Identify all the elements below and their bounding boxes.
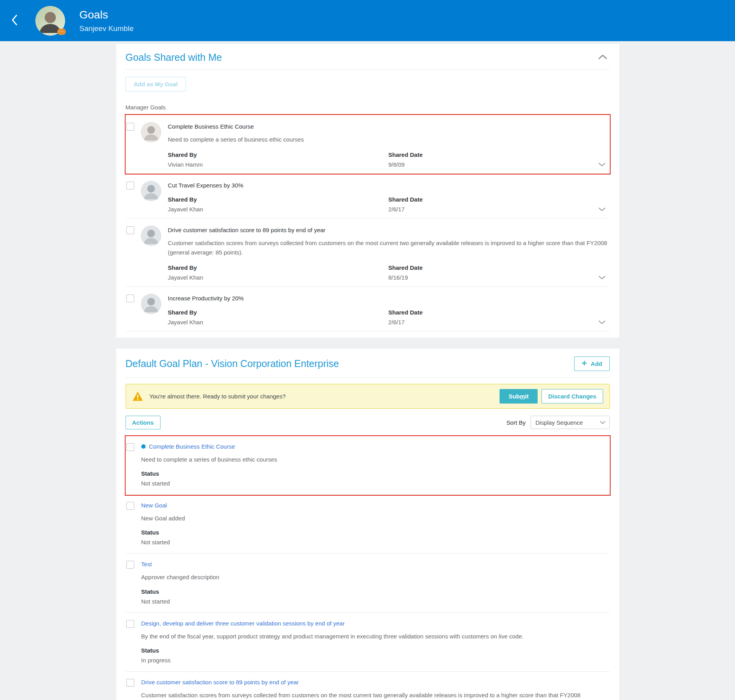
plan-toolbar: Actions Sort By Display Sequence: [126, 416, 610, 429]
goal-status-field: Status In progress: [141, 647, 609, 664]
goal-fields: Shared By Vivian Hamm Shared Date 9/8/09: [168, 151, 609, 168]
goal-title-link[interactable]: Complete Business Ethic Course: [141, 442, 609, 450]
goal-title-link[interactable]: Test: [141, 560, 609, 567]
back-button[interactable]: [11, 9, 28, 33]
add-goal-button[interactable]: Add: [574, 356, 609, 371]
goal-fields: Shared By Jayavel Khan Shared Date 2/6/1…: [168, 309, 609, 325]
shared-date-value: 8/16/19: [388, 274, 609, 281]
shared-date-value: 9/8/09: [388, 161, 609, 168]
goal-title-link[interactable]: New Goal: [141, 501, 609, 509]
goal-content: Design, develop and deliver three custom…: [141, 619, 609, 664]
shared-date-value: 2/6/17: [388, 319, 609, 325]
plus-icon: [582, 360, 587, 367]
goal-checkbox[interactable]: [126, 679, 134, 687]
actions-button[interactable]: Actions: [126, 416, 160, 429]
goal-description: Approver changed description: [141, 573, 589, 582]
user-avatar[interactable]: ···: [35, 6, 65, 36]
shared-by-value: Jayavel Khan: [168, 206, 388, 213]
status-value: Not started: [141, 598, 609, 605]
status-value: Not started: [141, 539, 609, 545]
chevron-left-icon: [11, 14, 18, 27]
goals-page: ··· Goals Sanjeev Kumble Goals Shared wi…: [0, 0, 735, 700]
goal-checkbox[interactable]: [126, 443, 134, 451]
status-value: Not started: [141, 480, 609, 487]
banner-message: You're almost there. Ready to submit you…: [150, 393, 494, 400]
plan-card-head: Default Goal Plan - Vision Corporation E…: [126, 349, 610, 378]
sort-selected-value: Display Sequence: [536, 419, 583, 426]
avatar: [141, 122, 161, 142]
goal-title: Complete Business Ethic Course: [149, 443, 235, 450]
goal-description: Customer satisfaction scores from survey…: [141, 691, 589, 700]
goal-title-link[interactable]: Drive customer satisfaction score to 89 …: [141, 678, 609, 685]
goal-title: Design, develop and deliver three custom…: [141, 620, 345, 627]
goal-checkbox[interactable]: [126, 502, 134, 510]
goal-description: By the end of the fiscal year, support p…: [141, 632, 589, 641]
goal-checkbox[interactable]: [126, 123, 134, 131]
status-label: Status: [141, 529, 609, 536]
shared-goal-item: Drive customer satisfaction score to 89 …: [126, 218, 610, 287]
header-titles: Goals Sanjeev Kumble: [79, 9, 133, 33]
chevron-down-icon: [598, 275, 606, 281]
expand-row-button[interactable]: [596, 205, 607, 214]
goal-description: Need to complete a series of business et…: [168, 135, 609, 144]
shared-by-field: Shared By Jayavel Khan: [168, 264, 388, 281]
goal-content: Test Approver changed description Status…: [141, 560, 609, 604]
avatar: [141, 225, 161, 246]
add-goal-label: Add: [591, 360, 602, 367]
chevron-down-icon: [598, 207, 606, 213]
shared-date-field: Shared Date 8/16/19: [388, 264, 609, 281]
goal-checkbox[interactable]: [126, 182, 134, 189]
expand-row-button[interactable]: [596, 318, 607, 327]
shared-goal-item: Complete Business Ethic Course Need to c…: [126, 115, 610, 174]
chevron-down-icon: [598, 320, 606, 325]
content: Goals Shared with Me Add as My Goal Mana…: [116, 44, 619, 700]
status-label: Status: [141, 588, 609, 595]
shared-goals-card: Goals Shared with Me Add as My Goal Mana…: [116, 44, 619, 338]
goal-title: New Goal: [141, 502, 167, 509]
avatar: [141, 294, 161, 314]
goal-title-link[interactable]: Design, develop and deliver three custom…: [141, 619, 609, 627]
shared-card-head: Goals Shared with Me: [126, 44, 610, 70]
submit-button[interactable]: Submit: [500, 389, 538, 404]
shared-by-label: Shared By: [168, 196, 388, 203]
plan-goals-list: Complete Business Ethic Course Need to c…: [126, 436, 610, 700]
manager-goals-label: Manager Goals: [126, 104, 610, 115]
goal-checkbox[interactable]: [126, 620, 134, 628]
goal-checkbox[interactable]: [126, 295, 134, 302]
shared-by-value: Jayavel Khan: [168, 274, 388, 281]
page-subtitle: Sanjeev Kumble: [79, 24, 133, 33]
chevron-down-icon: [598, 162, 606, 168]
goal-fields: Shared By Jayavel Khan Shared Date 8/16/…: [168, 264, 609, 281]
shared-date-label: Shared Date: [388, 309, 609, 316]
shared-date-label: Shared Date: [388, 196, 609, 203]
shared-toolbar: Add as My Goal: [126, 70, 610, 93]
goal-plan-card: Default Goal Plan - Vision Corporation E…: [116, 349, 619, 700]
expand-row-button[interactable]: [596, 160, 607, 169]
goal-status-field: Status Not started: [141, 470, 609, 487]
goal-title: Cut Travel Expenses by 30%: [168, 181, 609, 189]
submit-changes-banner: You're almost there. Ready to submit you…: [126, 384, 610, 409]
plan-goal-item: Design, develop and deliver three custom…: [126, 613, 610, 672]
collapse-section-button[interactable]: [596, 53, 610, 62]
sort-select[interactable]: Display Sequence: [531, 416, 610, 429]
goal-content: Complete Business Ethic Course Need to c…: [168, 122, 609, 168]
add-as-my-goal-button[interactable]: Add as My Goal: [126, 77, 186, 91]
shared-by-field: Shared By Jayavel Khan: [168, 196, 388, 213]
shared-goal-item: Increase Productivity by 20% Shared By J…: [126, 287, 610, 331]
shared-date-field: Shared Date 9/8/09: [388, 151, 609, 168]
page-title: Goals: [79, 9, 133, 21]
goal-checkbox[interactable]: [126, 561, 134, 569]
chevron-up-icon: [598, 55, 607, 61]
shared-by-value: Jayavel Khan: [168, 319, 388, 325]
goal-title: Drive customer satisfaction score to 89 …: [168, 225, 609, 233]
shared-goals-list: Complete Business Ethic Course Need to c…: [126, 115, 610, 331]
status-value: In progress: [141, 657, 609, 664]
goal-description: New Goal added: [141, 514, 589, 523]
goal-title: Test: [141, 561, 152, 567]
goal-checkbox[interactable]: [126, 226, 134, 234]
status-label: Status: [141, 647, 609, 654]
expand-row-button[interactable]: [596, 273, 607, 282]
shared-section-title: Goals Shared with Me: [126, 52, 222, 63]
discard-changes-button[interactable]: Discard Changes: [542, 389, 603, 404]
shared-date-value: 2/6/17: [388, 206, 609, 213]
